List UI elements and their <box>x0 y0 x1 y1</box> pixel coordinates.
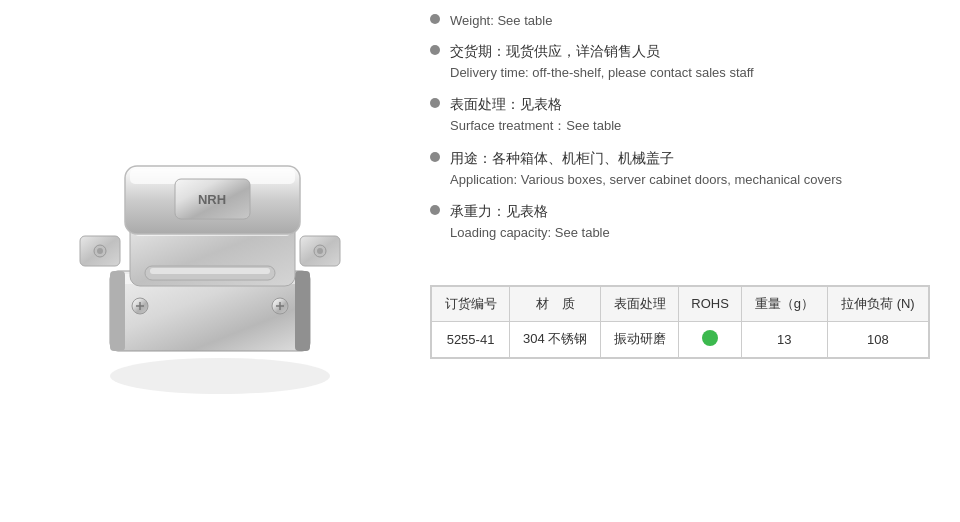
spec-surface-content: 表面处理：见表格 Surface treatment：See table <box>450 94 621 136</box>
spec-item-delivery: 交货期：现货供应，详洽销售人员 Delivery time: off-the-s… <box>430 41 930 83</box>
rohs-green-dot <box>702 330 718 346</box>
specs-panel: Weight: See table 交货期：现货供应，详洽销售人员 Delive… <box>420 0 960 522</box>
spec-loading-zh: 承重力：见表格 <box>450 201 610 222</box>
weight-spec-content: Weight: See table <box>450 10 552 31</box>
cell-load: 108 <box>827 321 928 357</box>
cell-weight: 13 <box>741 321 827 357</box>
spec-application-zh: 用途：各种箱体、机柜门、机械盖子 <box>450 148 842 169</box>
spec-item-surface: 表面处理：见表格 Surface treatment：See table <box>430 94 930 136</box>
bullet-icon <box>430 14 440 24</box>
table-row: 5255-41 304 不锈钢 振动研磨 13 108 <box>432 321 929 357</box>
specs-list: 交货期：现货供应，详洽销售人员 Delivery time: off-the-s… <box>430 41 930 255</box>
col-rohs: ROHS <box>679 286 742 321</box>
svg-point-22 <box>317 248 323 254</box>
col-order-no: 订货编号 <box>432 286 510 321</box>
spec-loading-content: 承重力：见表格 Loading capacity: See table <box>450 201 610 243</box>
product-image-panel: NRH <box>0 0 420 522</box>
spec-loading-en: Loading capacity: See table <box>450 223 610 243</box>
svg-point-19 <box>97 248 103 254</box>
weight-label: Weight: See table <box>450 11 552 31</box>
page-container: NRH <box>0 0 960 522</box>
bullet-loading <box>430 205 440 215</box>
product-image-svg: NRH <box>50 111 370 411</box>
spec-item-loading: 承重力：见表格 Loading capacity: See table <box>430 201 930 243</box>
svg-text:NRH: NRH <box>198 192 226 207</box>
weight-spec-item: Weight: See table <box>430 10 930 31</box>
svg-rect-24 <box>150 268 270 274</box>
col-load: 拉伸负荷 (N) <box>827 286 928 321</box>
cell-material: 304 不锈钢 <box>510 321 601 357</box>
spec-delivery-en: Delivery time: off-the-shelf, please con… <box>450 63 754 83</box>
spec-application-content: 用途：各种箱体、机柜门、机械盖子 Application: Various bo… <box>450 148 842 190</box>
spec-surface-en: Surface treatment：See table <box>450 116 621 136</box>
cell-order-no: 5255-41 <box>432 321 510 357</box>
product-image-wrapper: NRH <box>20 20 400 502</box>
col-material: 材 质 <box>510 286 601 321</box>
spec-delivery-content: 交货期：现货供应，详洽销售人员 Delivery time: off-the-s… <box>450 41 754 83</box>
svg-rect-4 <box>295 271 310 351</box>
specs-table: 订货编号 材 质 表面处理 ROHS 重量（g） 拉伸负荷 (N) 5255-4… <box>431 286 929 358</box>
bullet-surface <box>430 98 440 108</box>
cell-rohs <box>679 321 742 357</box>
spec-delivery-zh: 交货期：现货供应，详洽销售人员 <box>450 41 754 62</box>
table-header-row: 订货编号 材 质 表面处理 ROHS 重量（g） 拉伸负荷 (N) <box>432 286 929 321</box>
svg-rect-3 <box>110 271 125 351</box>
spec-item-application: 用途：各种箱体、机柜门、机械盖子 Application: Various bo… <box>430 148 930 190</box>
spec-surface-zh: 表面处理：见表格 <box>450 94 621 115</box>
svg-point-0 <box>110 358 330 394</box>
spec-application-en: Application: Various boxes, server cabin… <box>450 170 842 190</box>
bullet-application <box>430 152 440 162</box>
col-weight: 重量（g） <box>741 286 827 321</box>
data-table-section: 订货编号 材 质 表面处理 ROHS 重量（g） 拉伸负荷 (N) 5255-4… <box>430 285 930 359</box>
col-surface: 表面处理 <box>601 286 679 321</box>
cell-surface: 振动研磨 <box>601 321 679 357</box>
bullet-delivery <box>430 45 440 55</box>
